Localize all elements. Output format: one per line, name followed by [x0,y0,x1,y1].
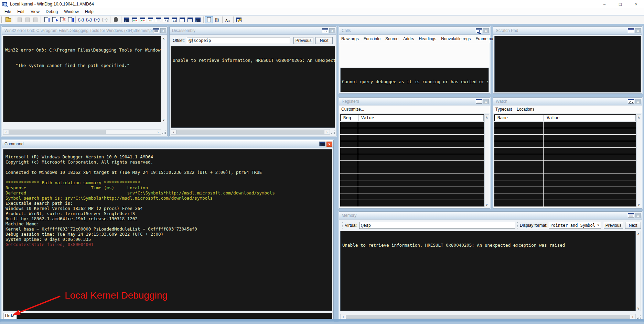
open-command-window-button[interactable] [123,16,131,23]
watch-column-name[interactable]: Name [495,115,544,121]
scroll-up-icon[interactable]: ∧ [161,36,166,41]
open-memory-window-button[interactable] [154,16,162,23]
scroll-right-icon[interactable]: › [630,314,635,319]
resize-grip[interactable] [162,130,167,135]
source-mode-off-button[interactable] [213,16,221,23]
scroll-left-icon[interactable]: ‹ [341,314,346,319]
registers-row[interactable] [340,148,484,154]
scroll-right-icon[interactable]: › [324,130,330,134]
go-button[interactable] [42,16,50,23]
menu-view[interactable]: View [28,8,43,15]
restart-button[interactable] [50,16,58,23]
watch-row[interactable] [494,122,636,128]
registers-row[interactable] [340,135,484,141]
registers-row[interactable] [340,122,484,128]
calls-output[interactable]: Cannot query debuggee as it is running o… [340,68,489,92]
watch-row[interactable] [494,200,636,206]
registers-row[interactable] [340,167,484,174]
vertical-scrollbar[interactable]: ∧ ∨ [161,36,166,122]
calls-close-icon[interactable]: x [483,28,489,33]
registers-column-value[interactable]: Value [358,115,484,121]
break-button[interactable] [66,16,74,23]
registers-row[interactable] [340,128,484,135]
stop-debugging-button[interactable] [58,16,66,23]
watch-row[interactable] [494,161,636,167]
win32-error-close-icon[interactable]: x [160,28,166,33]
watch-close-icon[interactable]: x [635,99,641,104]
watch-row[interactable] [494,135,636,141]
win32-error-output[interactable]: Win32 error 0n3: C:\Program Files\Debugg… [3,36,161,122]
memory-next-button[interactable]: Next [625,222,641,229]
scroll-down-icon[interactable]: ∨ [484,202,490,207]
registers-row[interactable] [340,180,484,187]
command-close-icon[interactable]: x [326,142,332,147]
scratch-pad-editor[interactable] [494,36,641,92]
step-over-button[interactable]: {↓} [85,16,93,23]
calls-raw-args-button[interactable]: Raw args [341,36,359,41]
open-processes-window-button[interactable] [186,16,194,23]
vertical-scrollbar[interactable]: ∧ ∨ [636,114,641,207]
step-into-button[interactable]: {+} [77,16,85,23]
step-out-button[interactable]: {↑} [93,16,101,23]
scrollbar-thumb[interactable] [176,130,324,134]
calls-addrs-button[interactable]: Addrs [403,36,414,41]
registers-column-reg[interactable]: Reg [341,115,358,121]
calls-source-button[interactable]: Source [385,36,398,41]
scrollbar-thumb[interactable] [9,130,106,134]
vertical-scrollbar[interactable]: ∧ ∨ [636,231,641,311]
disassembly-output[interactable]: Unable to retrieve information, HRESULT … [171,46,335,128]
registers-row[interactable] [340,141,484,148]
registers-row[interactable] [340,193,484,200]
menu-help[interactable]: Help [82,8,97,15]
watch-locations-button[interactable]: Locations [517,107,534,112]
horizontal-scrollbar[interactable]: ‹ › [3,129,161,135]
font-button[interactable] [224,16,232,23]
change-context-button[interactable] [112,16,120,23]
watch-row[interactable] [494,154,636,161]
registers-row[interactable] [340,161,484,167]
watch-row[interactable] [494,174,636,180]
watch-column-value[interactable]: Value [544,115,636,121]
watch-row[interactable] [494,141,636,148]
scroll-up-icon[interactable]: ∧ [636,115,642,120]
registers-row[interactable] [340,154,484,161]
maximize-button[interactable]: □ [612,0,628,8]
menu-file[interactable]: File [1,8,14,15]
open-command-browser-button[interactable] [194,16,202,23]
disassembly-next-button[interactable]: Next [315,37,333,44]
watch-row[interactable] [494,206,636,207]
open-locals-window-button[interactable] [139,16,147,23]
command-input[interactable] [17,313,332,320]
offset-input[interactable] [187,37,290,44]
scroll-right-icon[interactable]: › [155,130,161,134]
command-output[interactable]: Microsoft (R) Windows Debugger Version 1… [3,149,332,311]
minimize-button[interactable]: − [597,0,612,8]
registers-close-icon[interactable]: x [483,99,489,104]
registers-row[interactable] [340,206,484,207]
close-button[interactable]: × [628,0,644,8]
open-call-stack-window-button[interactable] [162,16,170,23]
scroll-left-icon[interactable]: ‹ [171,130,176,134]
disassembly-close-icon[interactable]: x [329,28,335,33]
options-button[interactable] [235,16,243,23]
memory-output[interactable]: Unable to retrieve information, HRESULT … [340,231,636,311]
open-source-file-button[interactable] [4,16,12,23]
calls-headings-button[interactable]: Headings [419,36,436,41]
watch-row[interactable] [494,180,636,187]
virtual-address-input[interactable] [359,222,515,229]
vertical-scrollbar[interactable]: ∧ ∨ [484,114,489,207]
memory-previous-button[interactable]: Previous [604,222,623,229]
calls-func-info-button[interactable]: Func info [364,36,380,41]
open-scratch-pad-button[interactable] [178,16,186,23]
calls-nonvolatile-regs-button[interactable]: Nonvolatile regs [441,36,471,41]
open-disassembly-window-button[interactable] [170,16,178,23]
customize-button[interactable]: Customize... [341,107,364,112]
source-mode-on-button[interactable] [205,16,213,23]
display-format-select[interactable]: Pointer and Symbol ∨ [549,222,601,229]
menu-debug[interactable]: Debug [43,8,61,15]
scroll-down-icon[interactable]: ∨ [161,117,166,122]
scratch-pad-close-icon[interactable]: x [635,28,641,33]
scroll-up-icon[interactable]: ∧ [636,231,641,236]
watch-row[interactable] [494,128,636,135]
scroll-up-icon[interactable]: ∧ [484,115,490,120]
